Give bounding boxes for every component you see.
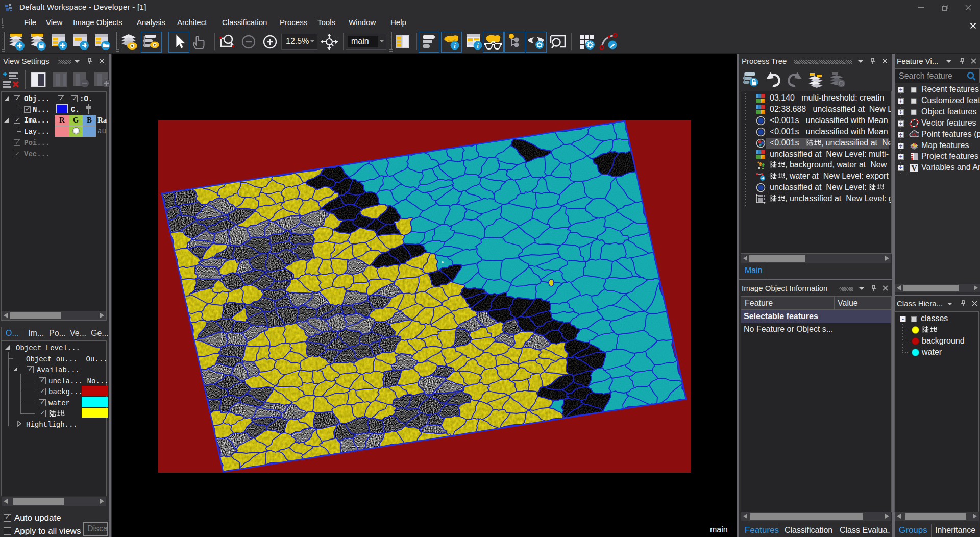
svg-text:i: i (477, 42, 479, 50)
svg-text:main: main (710, 525, 728, 534)
svg-text:i: i (454, 42, 456, 50)
